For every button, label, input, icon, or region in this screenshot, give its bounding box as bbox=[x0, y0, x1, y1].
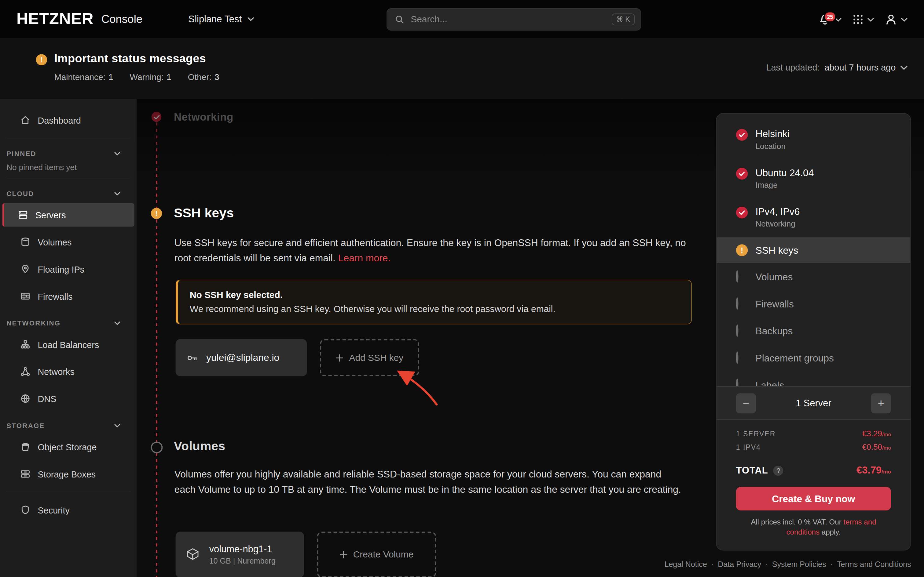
summary-step-ssh-keys[interactable]: ! SSH keys bbox=[717, 237, 910, 263]
volume-card-text: volume-nbg1-1 10 GB | Nuremberg bbox=[209, 543, 276, 566]
search-icon bbox=[395, 15, 404, 24]
pricing-section: 1 SERVER €3.29/mo 1 IPV4 €0.50/mo TOTAL … bbox=[717, 420, 910, 538]
sidebar-item-label: Object Storage bbox=[37, 442, 97, 452]
volume-card[interactable]: volume-nbg1-1 10 GB | Nuremberg bbox=[176, 532, 304, 577]
notification-badge: 25 bbox=[824, 11, 836, 23]
chevron-down-icon bbox=[114, 424, 120, 428]
sidebar-item-firewalls[interactable]: Firewalls bbox=[2, 284, 134, 308]
data-privacy-link[interactable]: Data Privacy bbox=[718, 560, 761, 569]
summary-step-networking[interactable]: IPv4, IPv6 Networking bbox=[717, 198, 910, 237]
sidebar-item-label: Security bbox=[37, 505, 69, 515]
sidebar-section-networking[interactable]: NETWORKING bbox=[0, 318, 137, 328]
decrease-server-count-button[interactable]: − bbox=[736, 393, 756, 413]
sidebar-section-storage[interactable]: STORAGE bbox=[0, 421, 137, 430]
empty-circle-icon bbox=[736, 380, 748, 386]
summary-step-labels[interactable]: Labels bbox=[717, 372, 910, 386]
sidebar-item-storage-boxes[interactable]: Storage Boxes bbox=[2, 462, 134, 486]
create-and-buy-button[interactable]: Create & Buy now bbox=[736, 487, 891, 511]
price-value: €3.29 bbox=[862, 429, 882, 438]
sidebar-item-label: Dashboard bbox=[37, 115, 81, 125]
system-policies-link[interactable]: System Policies bbox=[772, 560, 826, 569]
apps-menu-button[interactable] bbox=[850, 10, 876, 29]
alert-title: No SSH key selected. bbox=[190, 288, 680, 302]
firewall-icon bbox=[20, 291, 31, 301]
summary-step-firewalls[interactable]: Firewalls bbox=[717, 290, 910, 318]
project-selector[interactable]: Sliplane Test bbox=[189, 14, 254, 24]
networking-section-heading[interactable]: Networking bbox=[174, 111, 233, 124]
sidebar-item-security[interactable]: Security bbox=[2, 498, 134, 522]
sidebar-item-servers[interactable]: Servers bbox=[2, 203, 134, 227]
separator: · bbox=[766, 560, 768, 569]
step-subtitle: Location bbox=[755, 141, 789, 152]
create-volume-label: Create Volume bbox=[353, 549, 414, 560]
sidebar-item-dns[interactable]: DNS bbox=[2, 387, 134, 410]
volumes-icon bbox=[20, 237, 31, 247]
total-help-icon[interactable]: ? bbox=[773, 466, 783, 475]
sidebar-item-label: Networks bbox=[37, 367, 74, 377]
notifications-button[interactable]: 25 bbox=[816, 10, 844, 30]
ssh-step-warning-icon: ! bbox=[151, 208, 162, 219]
volumes-section-heading: Volumes bbox=[174, 439, 226, 453]
section-header-label: STORAGE bbox=[6, 422, 45, 429]
sidebar-item-volumes[interactable]: Volumes bbox=[2, 230, 134, 254]
add-ssh-key-button[interactable]: Add SSH key bbox=[320, 339, 419, 376]
status-banner-title: Important status messages bbox=[54, 52, 206, 65]
sidebar-item-dashboard[interactable]: Dashboard bbox=[2, 108, 134, 132]
ssh-key-name: yulei@sliplane.io bbox=[206, 352, 279, 363]
price-row-ipv4: 1 IPV4 €0.50/mo bbox=[736, 442, 891, 455]
legal-notice-link[interactable]: Legal Notice bbox=[664, 560, 707, 569]
ssh-key-card[interactable]: yulei@sliplane.io bbox=[176, 339, 307, 376]
empty-circle-icon bbox=[736, 326, 748, 336]
separator: · bbox=[711, 560, 714, 569]
last-updated-dropdown[interactable]: Last updated: about 7 hours ago bbox=[766, 62, 908, 73]
server-count-value: 1 Server bbox=[756, 398, 871, 408]
account-menu-button[interactable] bbox=[882, 10, 910, 30]
plus-icon bbox=[336, 353, 344, 362]
top-bar: HETZNER Console Sliplane Test ⌘ K 25 bbox=[0, 0, 924, 39]
create-volume-button[interactable]: Create Volume bbox=[317, 532, 436, 577]
ssh-section-heading: SSH keys bbox=[174, 205, 234, 221]
summary-step-placement-groups[interactable]: Placement groups bbox=[717, 344, 910, 372]
networking-step-done-icon bbox=[152, 112, 162, 122]
user-icon bbox=[885, 13, 897, 26]
vat-suffix: apply. bbox=[819, 528, 841, 537]
order-summary-panel: Helsinki Location Ubuntu 24.04 Image bbox=[716, 113, 911, 550]
sidebar-item-load-balancers[interactable]: Load Balancers bbox=[2, 333, 134, 356]
step-title: Backups bbox=[755, 325, 793, 337]
step-title: Volumes bbox=[755, 271, 793, 283]
section-header-label: PINNED bbox=[6, 150, 36, 157]
sidebar-item-label: Firewalls bbox=[37, 291, 73, 301]
sidebar-item-label: Volumes bbox=[37, 237, 71, 247]
last-updated-value: about 7 hours ago bbox=[824, 62, 896, 73]
step-subtitle: Image bbox=[755, 179, 814, 191]
sidebar-item-floating-ips[interactable]: Floating IPs bbox=[2, 257, 134, 281]
hetzner-logo[interactable]: HETZNER bbox=[16, 10, 94, 28]
sidebar-section-cloud[interactable]: CLOUD bbox=[0, 189, 137, 198]
sidebar-section-pinned[interactable]: PINNED bbox=[0, 149, 137, 158]
summary-step-volumes[interactable]: Volumes bbox=[717, 263, 910, 290]
console-label: Console bbox=[102, 13, 142, 25]
total-per: /mo bbox=[882, 469, 891, 474]
step-subtitle: Networking bbox=[755, 218, 800, 230]
terms-conditions-link[interactable]: Terms and Conditions bbox=[837, 560, 911, 569]
floating-ip-icon bbox=[20, 264, 31, 274]
step-title: Ubuntu 24.04 bbox=[755, 167, 814, 179]
sidebar: Dashboard PINNED No pinned items yet CLO… bbox=[0, 99, 137, 577]
search-input[interactable] bbox=[409, 13, 611, 25]
check-circle-icon bbox=[736, 129, 748, 141]
increase-server-count-button[interactable]: + bbox=[871, 393, 891, 413]
sidebar-item-networks[interactable]: Networks bbox=[2, 359, 134, 383]
warning-circle-icon: ! bbox=[736, 244, 748, 256]
step-title: Firewalls bbox=[755, 298, 794, 310]
summary-step-backups[interactable]: Backups bbox=[717, 317, 910, 344]
hetzner-console: HETZNER Console Sliplane Test ⌘ K 25 bbox=[0, 0, 924, 577]
sidebar-item-object-storage[interactable]: Object Storage bbox=[2, 435, 134, 459]
apps-grid-icon bbox=[852, 13, 864, 25]
learn-more-link[interactable]: Learn more. bbox=[338, 252, 391, 263]
summary-step-location[interactable]: Helsinki Location bbox=[717, 121, 910, 160]
search-box[interactable]: ⌘ K bbox=[386, 8, 641, 31]
sidebar-item-label: DNS bbox=[37, 393, 56, 404]
summary-step-image[interactable]: Ubuntu 24.04 Image bbox=[717, 160, 910, 198]
sidebar-item-label: Storage Boxes bbox=[37, 469, 95, 479]
check-circle-icon bbox=[736, 168, 748, 180]
